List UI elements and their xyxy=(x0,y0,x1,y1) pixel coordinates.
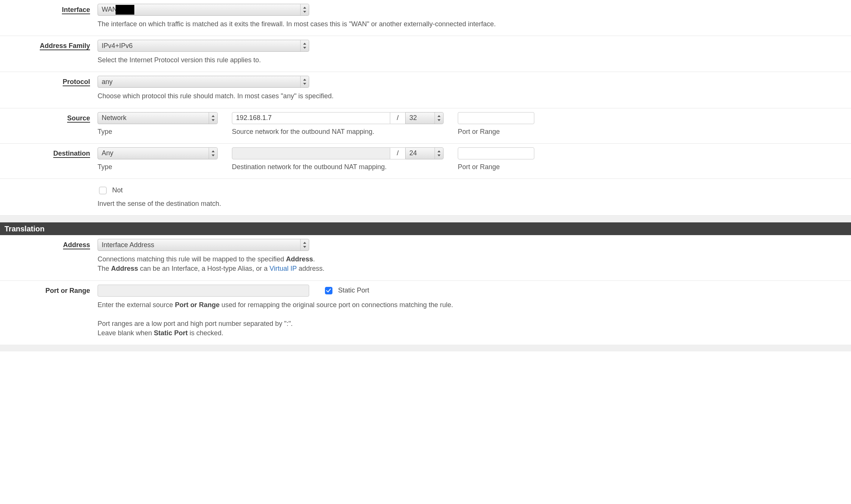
translation-port-help: Enter the external source Port or Range … xyxy=(98,300,851,338)
static-port-checkbox[interactable] xyxy=(325,287,332,294)
source-cidr-slash: / xyxy=(390,112,405,124)
static-port-label: Static Port xyxy=(338,286,369,295)
protocol-help: Choose which protocol this rule should m… xyxy=(98,92,851,101)
destination-label: Destination xyxy=(53,150,90,157)
destination-cidr-slash: / xyxy=(390,147,405,159)
protocol-label: Protocol xyxy=(63,78,90,86)
interface-label: Interface xyxy=(62,6,90,14)
select-arrows-icon xyxy=(300,4,309,15)
virtual-ip-link[interactable]: Virtual IP xyxy=(269,265,296,272)
source-network-sublabel: Source network for the outbound NAT mapp… xyxy=(232,127,444,136)
destination-cidr-value: 24 xyxy=(406,148,435,158)
source-port-input[interactable] xyxy=(458,112,534,124)
destination-type-select[interactable]: Any xyxy=(98,147,218,159)
translation-address-label: Address xyxy=(63,241,90,249)
not-checkbox[interactable] xyxy=(99,187,107,194)
translation-address-select[interactable]: Interface Address xyxy=(98,239,309,251)
interface-help: The interface on which traffic is matche… xyxy=(98,20,851,29)
addressfamily-label: Address Family xyxy=(40,42,90,50)
not-help: Invert the sense of the destination matc… xyxy=(98,199,851,208)
select-arrows-icon xyxy=(300,76,309,87)
source-port-sublabel: Port or Range xyxy=(458,127,534,136)
select-arrows-icon xyxy=(209,148,217,159)
select-arrows-icon xyxy=(435,148,443,159)
source-type-select[interactable]: Network xyxy=(98,112,218,124)
destination-port-sublabel: Port or Range xyxy=(458,162,534,172)
destination-type-value: Any xyxy=(98,148,209,158)
destination-network-sublabel: Destination network for the outbound NAT… xyxy=(232,162,444,172)
destination-cidr-select[interactable]: 24 xyxy=(405,147,444,159)
source-type-value: Network xyxy=(98,113,209,123)
interface-select[interactable]: WAN xyxy=(98,4,309,16)
select-arrows-icon xyxy=(300,40,309,51)
bottom-divider xyxy=(0,345,851,351)
translation-section-header: Translation xyxy=(0,222,851,235)
select-arrows-icon xyxy=(435,112,443,124)
translation-address-value: Interface Address xyxy=(98,240,300,250)
translation-port-label: Port or Range xyxy=(45,287,90,294)
source-cidr-value: 32 xyxy=(406,113,435,123)
addressfamily-help: Select the Internet Protocol version thi… xyxy=(98,56,851,65)
addressfamily-select-value: IPv4+IPv6 xyxy=(98,41,300,51)
translation-port-input[interactable] xyxy=(98,285,309,297)
interface-select-value: WAN xyxy=(102,6,117,13)
protocol-select-value: any xyxy=(98,77,300,87)
source-type-sublabel: Type xyxy=(98,127,218,136)
section-divider xyxy=(0,216,851,222)
source-label: Source xyxy=(67,114,90,122)
addressfamily-select[interactable]: IPv4+IPv6 xyxy=(98,40,309,52)
destination-port-input[interactable] xyxy=(458,147,534,159)
destination-network-input[interactable] xyxy=(232,147,390,159)
protocol-select[interactable]: any xyxy=(98,76,309,88)
not-check-label: Not xyxy=(112,186,123,195)
redacted-block xyxy=(116,5,134,15)
source-network-input[interactable] xyxy=(232,112,390,124)
destination-type-sublabel: Type xyxy=(98,162,218,172)
translation-address-help: Connections matching this rule will be m… xyxy=(98,255,851,273)
select-arrows-icon xyxy=(300,239,309,250)
select-arrows-icon xyxy=(209,112,217,124)
source-cidr-select[interactable]: 32 xyxy=(405,112,444,124)
